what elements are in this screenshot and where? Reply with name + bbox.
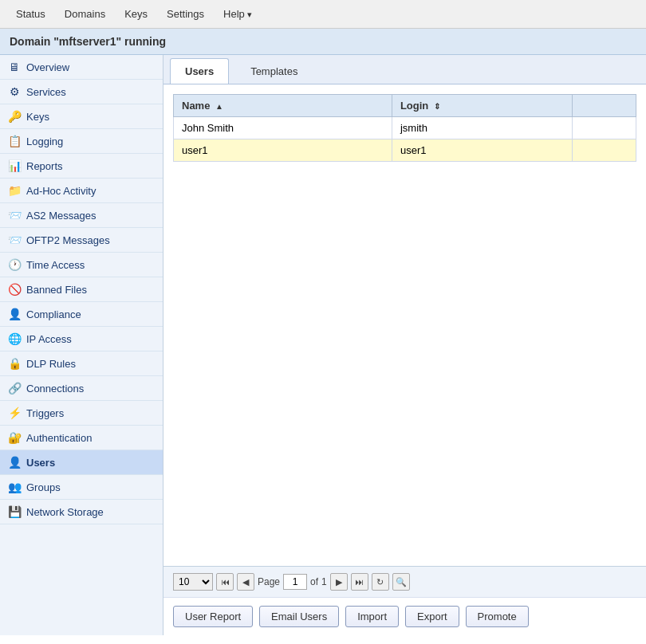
users-icon: 👤 — [8, 456, 21, 469]
sidebar-item-as2[interactable]: 📨 AS2 Messages — [0, 203, 163, 228]
sidebar-item-services[interactable]: ⚙ Services — [0, 80, 163, 104]
sidebar-item-logging[interactable]: 📋 Logging — [0, 129, 163, 154]
col-name-label: Name — [182, 100, 210, 112]
col-extra — [573, 95, 636, 117]
main-layout: 🖥 Overview ⚙ Services 🔑 Keys 📋 Logging 📊… — [0, 55, 646, 635]
table-header-row: Name ▲ Login ⇕ — [174, 95, 636, 117]
table-row[interactable]: user1 user1 — [174, 139, 636, 162]
sidebar-item-timeaccess[interactable]: 🕐 Time Access — [0, 253, 163, 277]
import-button[interactable]: Import — [345, 606, 399, 627]
pagination-bar: 10 25 50 100 ⏮ ◀ Page of 1 ▶ ⏭ ↻ 🔍 — [163, 566, 646, 597]
sidebar-item-bannedfiles[interactable]: 🚫 Banned Files — [0, 277, 163, 302]
name-sort-arrow: ▲ — [215, 102, 223, 111]
menu-keys[interactable]: Keys — [116, 5, 156, 23]
domain-header-text: Domain "mftserver1" running — [10, 35, 166, 48]
sidebar-label-users: Users — [26, 457, 55, 469]
sidebar-item-networkstorage[interactable]: 💾 Network Storage — [0, 500, 163, 524]
cell-login-0: jsmith — [392, 117, 572, 139]
total-pages: 1 — [321, 576, 327, 587]
sidebar-label-dlprules: DLP Rules — [26, 358, 76, 370]
adhoc-icon: 📁 — [8, 184, 21, 197]
sidebar-item-oftp2[interactable]: 📨 OFTP2 Messages — [0, 228, 163, 253]
export-button[interactable]: Export — [405, 606, 459, 627]
sidebar-item-authentication[interactable]: 🔐 Authentication — [0, 426, 163, 450]
logging-icon: 📋 — [8, 135, 21, 147]
bannedfiles-icon: 🚫 — [8, 283, 21, 296]
user-report-button[interactable]: User Report — [173, 606, 253, 627]
action-bar: User Report Email Users Import Export Pr… — [163, 597, 646, 635]
sidebar-item-triggers[interactable]: ⚡ Triggers — [0, 401, 163, 426]
menu-status[interactable]: Status — [8, 5, 53, 23]
services-icon: ⚙ — [8, 85, 21, 98]
sidebar-label-ipaccess: IP Access — [26, 333, 72, 345]
sidebar-item-connections[interactable]: 🔗 Connections — [0, 376, 163, 401]
promote-button[interactable]: Promote — [466, 606, 529, 627]
search-button[interactable]: 🔍 — [392, 573, 410, 591]
cell-name-1: user1 — [174, 139, 392, 162]
last-page-button[interactable]: ⏭ — [351, 573, 368, 591]
menu-domains[interactable]: Domains — [57, 5, 113, 23]
sidebar-label-adhoc: Ad-Hoc Activity — [26, 185, 96, 197]
sidebar-item-overview[interactable]: 🖥 Overview — [0, 55, 163, 80]
table-container: Name ▲ Login ⇕ John Smith jsmith — [163, 84, 646, 566]
sidebar-label-groups: Groups — [26, 481, 61, 493]
sidebar-item-adhoc[interactable]: 📁 Ad-Hoc Activity — [0, 179, 163, 203]
sidebar-label-oftp2: OFTP2 Messages — [26, 234, 110, 246]
groups-icon: 👥 — [8, 481, 21, 493]
prev-page-button[interactable]: ◀ — [237, 573, 254, 591]
sidebar-label-authentication: Authentication — [26, 432, 92, 444]
col-login-label: Login — [400, 100, 428, 112]
sidebar-label-as2: AS2 Messages — [26, 210, 96, 222]
sidebar-label-compliance: Compliance — [26, 308, 81, 320]
email-users-button[interactable]: Email Users — [259, 606, 339, 627]
refresh-button[interactable]: ↻ — [372, 573, 389, 591]
sidebar-label-connections: Connections — [26, 383, 84, 395]
col-name[interactable]: Name ▲ — [174, 95, 392, 117]
dlprules-icon: 🔒 — [8, 357, 21, 370]
sidebar-label-overview: Overview — [26, 61, 69, 73]
of-label: of — [310, 576, 318, 587]
networkstorage-icon: 💾 — [8, 505, 21, 518]
per-page-select[interactable]: 10 25 50 100 — [173, 573, 213, 591]
top-menu-bar: Status Domains Keys Settings Help — [0, 0, 646, 29]
sidebar-label-networkstorage: Network Storage — [26, 506, 104, 518]
sidebar-label-bannedfiles: Banned Files — [26, 284, 87, 296]
page-input[interactable] — [283, 574, 307, 590]
table-row[interactable]: John Smith jsmith — [174, 117, 636, 139]
tab-bar: Users Templates — [163, 55, 646, 84]
first-page-button[interactable]: ⏮ — [216, 573, 234, 591]
keys-icon: 🔑 — [8, 110, 21, 123]
sidebar-item-users[interactable]: 👤 Users — [0, 450, 163, 475]
sidebar-item-reports[interactable]: 📊 Reports — [0, 154, 163, 179]
sidebar-item-keys[interactable]: 🔑 Keys — [0, 104, 163, 129]
menu-settings[interactable]: Settings — [159, 5, 212, 23]
ipaccess-icon: 🌐 — [8, 332, 21, 345]
next-page-button[interactable]: ▶ — [330, 573, 348, 591]
sidebar-label-logging: Logging — [26, 135, 63, 147]
tab-templates[interactable]: Templates — [235, 58, 313, 84]
compliance-icon: 👤 — [8, 308, 21, 320]
as2-icon: 📨 — [8, 209, 21, 222]
tab-users[interactable]: Users — [170, 58, 229, 84]
cell-extra-1 — [573, 139, 636, 162]
page-label: Page — [258, 576, 280, 587]
sidebar-label-triggers: Triggers — [26, 407, 64, 419]
login-sort-arrow: ⇕ — [434, 102, 440, 111]
sidebar-item-compliance[interactable]: 👤 Compliance — [0, 302, 163, 327]
sidebar-item-ipaccess[interactable]: 🌐 IP Access — [0, 327, 163, 351]
sidebar-label-reports: Reports — [26, 160, 63, 172]
connections-icon: 🔗 — [8, 382, 21, 395]
sidebar-item-dlprules[interactable]: 🔒 DLP Rules — [0, 351, 163, 376]
cell-login-1: user1 — [392, 139, 572, 162]
overview-icon: 🖥 — [8, 61, 21, 73]
menu-help[interactable]: Help — [215, 5, 260, 23]
col-login[interactable]: Login ⇕ — [392, 95, 572, 117]
reports-icon: 📊 — [8, 159, 21, 172]
users-table: Name ▲ Login ⇕ John Smith jsmith — [173, 94, 636, 162]
timeaccess-icon: 🕐 — [8, 258, 21, 271]
content-area: Users Templates Name ▲ Login ⇕ — [163, 55, 646, 635]
sidebar-item-groups[interactable]: 👥 Groups — [0, 475, 163, 500]
domain-header: Domain "mftserver1" running — [0, 29, 646, 55]
cell-name-0: John Smith — [174, 117, 392, 139]
triggers-icon: ⚡ — [8, 406, 21, 419]
